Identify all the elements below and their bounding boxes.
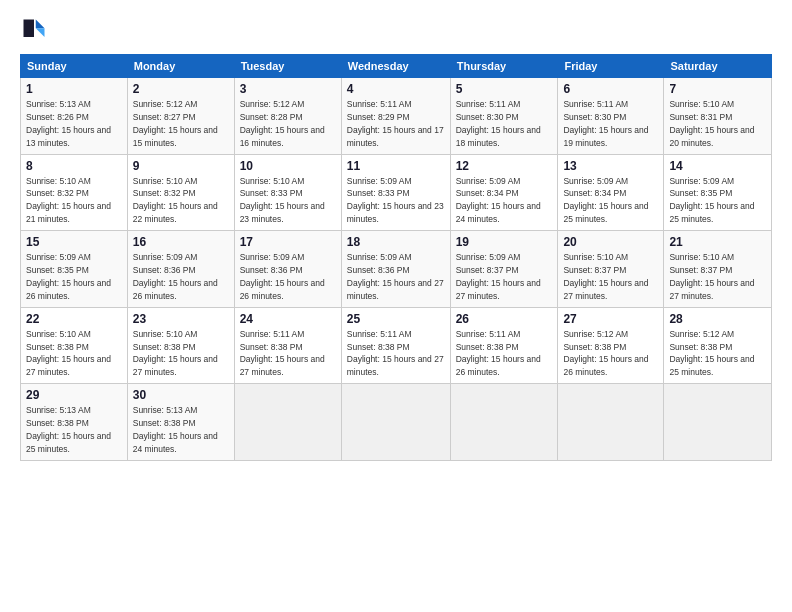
calendar-cell: 15 Sunrise: 5:09 AMSunset: 8:35 PMDaylig… [21, 231, 128, 308]
calendar-cell [341, 384, 450, 461]
calendar-cell: 14 Sunrise: 5:09 AMSunset: 8:35 PMDaylig… [664, 154, 772, 231]
calendar-cell: 4 Sunrise: 5:11 AMSunset: 8:29 PMDayligh… [341, 78, 450, 155]
calendar-table: SundayMondayTuesdayWednesdayThursdayFrid… [20, 54, 772, 461]
day-number: 5 [456, 82, 553, 96]
calendar-cell: 28 Sunrise: 5:12 AMSunset: 8:38 PMDaylig… [664, 307, 772, 384]
calendar-header-row: SundayMondayTuesdayWednesdayThursdayFrid… [21, 55, 772, 78]
calendar-cell: 24 Sunrise: 5:11 AMSunset: 8:38 PMDaylig… [234, 307, 341, 384]
day-number: 8 [26, 159, 122, 173]
day-info: Sunrise: 5:10 AMSunset: 8:38 PMDaylight:… [26, 329, 111, 378]
day-info: Sunrise: 5:10 AMSunset: 8:38 PMDaylight:… [133, 329, 218, 378]
calendar-cell: 10 Sunrise: 5:10 AMSunset: 8:33 PMDaylig… [234, 154, 341, 231]
calendar-header-sunday: Sunday [21, 55, 128, 78]
day-info: Sunrise: 5:10 AMSunset: 8:33 PMDaylight:… [240, 176, 325, 225]
calendar-cell: 29 Sunrise: 5:13 AMSunset: 8:38 PMDaylig… [21, 384, 128, 461]
calendar-cell: 27 Sunrise: 5:12 AMSunset: 8:38 PMDaylig… [558, 307, 664, 384]
calendar-header-tuesday: Tuesday [234, 55, 341, 78]
day-number: 20 [563, 235, 658, 249]
day-number: 6 [563, 82, 658, 96]
day-info: Sunrise: 5:09 AMSunset: 8:36 PMDaylight:… [347, 252, 444, 301]
day-info: Sunrise: 5:09 AMSunset: 8:35 PMDaylight:… [26, 252, 111, 301]
day-number: 13 [563, 159, 658, 173]
calendar-cell: 7 Sunrise: 5:10 AMSunset: 8:31 PMDayligh… [664, 78, 772, 155]
day-number: 10 [240, 159, 336, 173]
logo [20, 16, 52, 44]
day-info: Sunrise: 5:11 AMSunset: 8:30 PMDaylight:… [456, 99, 541, 148]
calendar-cell: 2 Sunrise: 5:12 AMSunset: 8:27 PMDayligh… [127, 78, 234, 155]
calendar-cell [558, 384, 664, 461]
day-number: 11 [347, 159, 445, 173]
day-number: 26 [456, 312, 553, 326]
day-number: 14 [669, 159, 766, 173]
day-info: Sunrise: 5:11 AMSunset: 8:38 PMDaylight:… [240, 329, 325, 378]
day-number: 2 [133, 82, 229, 96]
calendar-header-saturday: Saturday [664, 55, 772, 78]
calendar-cell: 16 Sunrise: 5:09 AMSunset: 8:36 PMDaylig… [127, 231, 234, 308]
day-info: Sunrise: 5:11 AMSunset: 8:38 PMDaylight:… [456, 329, 541, 378]
day-info: Sunrise: 5:09 AMSunset: 8:34 PMDaylight:… [563, 176, 648, 225]
day-number: 17 [240, 235, 336, 249]
calendar-cell: 21 Sunrise: 5:10 AMSunset: 8:37 PMDaylig… [664, 231, 772, 308]
calendar-cell: 18 Sunrise: 5:09 AMSunset: 8:36 PMDaylig… [341, 231, 450, 308]
logo-icon [20, 16, 48, 44]
day-info: Sunrise: 5:12 AMSunset: 8:38 PMDaylight:… [563, 329, 648, 378]
day-info: Sunrise: 5:10 AMSunset: 8:32 PMDaylight:… [133, 176, 218, 225]
calendar-cell: 11 Sunrise: 5:09 AMSunset: 8:33 PMDaylig… [341, 154, 450, 231]
calendar-cell: 17 Sunrise: 5:09 AMSunset: 8:36 PMDaylig… [234, 231, 341, 308]
calendar-cell: 23 Sunrise: 5:10 AMSunset: 8:38 PMDaylig… [127, 307, 234, 384]
calendar-cell: 25 Sunrise: 5:11 AMSunset: 8:38 PMDaylig… [341, 307, 450, 384]
calendar-cell: 22 Sunrise: 5:10 AMSunset: 8:38 PMDaylig… [21, 307, 128, 384]
day-info: Sunrise: 5:09 AMSunset: 8:37 PMDaylight:… [456, 252, 541, 301]
day-info: Sunrise: 5:13 AMSunset: 8:26 PMDaylight:… [26, 99, 111, 148]
day-number: 4 [347, 82, 445, 96]
day-info: Sunrise: 5:09 AMSunset: 8:35 PMDaylight:… [669, 176, 754, 225]
day-info: Sunrise: 5:12 AMSunset: 8:28 PMDaylight:… [240, 99, 325, 148]
calendar-cell [664, 384, 772, 461]
calendar-header-friday: Friday [558, 55, 664, 78]
calendar-header-thursday: Thursday [450, 55, 558, 78]
day-number: 24 [240, 312, 336, 326]
day-number: 12 [456, 159, 553, 173]
day-info: Sunrise: 5:09 AMSunset: 8:33 PMDaylight:… [347, 176, 444, 225]
day-number: 27 [563, 312, 658, 326]
calendar-cell: 1 Sunrise: 5:13 AMSunset: 8:26 PMDayligh… [21, 78, 128, 155]
calendar-cell: 3 Sunrise: 5:12 AMSunset: 8:28 PMDayligh… [234, 78, 341, 155]
calendar-cell: 26 Sunrise: 5:11 AMSunset: 8:38 PMDaylig… [450, 307, 558, 384]
calendar-cell: 13 Sunrise: 5:09 AMSunset: 8:34 PMDaylig… [558, 154, 664, 231]
day-info: Sunrise: 5:12 AMSunset: 8:38 PMDaylight:… [669, 329, 754, 378]
calendar-week-row: 8 Sunrise: 5:10 AMSunset: 8:32 PMDayligh… [21, 154, 772, 231]
calendar-cell: 8 Sunrise: 5:10 AMSunset: 8:32 PMDayligh… [21, 154, 128, 231]
day-number: 28 [669, 312, 766, 326]
day-info: Sunrise: 5:10 AMSunset: 8:32 PMDaylight:… [26, 176, 111, 225]
calendar-cell: 5 Sunrise: 5:11 AMSunset: 8:30 PMDayligh… [450, 78, 558, 155]
calendar-week-row: 1 Sunrise: 5:13 AMSunset: 8:26 PMDayligh… [21, 78, 772, 155]
calendar-cell: 9 Sunrise: 5:10 AMSunset: 8:32 PMDayligh… [127, 154, 234, 231]
day-number: 29 [26, 388, 122, 402]
calendar-cell: 12 Sunrise: 5:09 AMSunset: 8:34 PMDaylig… [450, 154, 558, 231]
calendar-week-row: 29 Sunrise: 5:13 AMSunset: 8:38 PMDaylig… [21, 384, 772, 461]
day-number: 19 [456, 235, 553, 249]
calendar-header-wednesday: Wednesday [341, 55, 450, 78]
day-number: 16 [133, 235, 229, 249]
day-number: 30 [133, 388, 229, 402]
day-number: 25 [347, 312, 445, 326]
day-number: 22 [26, 312, 122, 326]
svg-rect-3 [24, 20, 35, 38]
calendar-cell: 19 Sunrise: 5:09 AMSunset: 8:37 PMDaylig… [450, 231, 558, 308]
day-info: Sunrise: 5:13 AMSunset: 8:38 PMDaylight:… [133, 405, 218, 454]
calendar-header-monday: Monday [127, 55, 234, 78]
day-info: Sunrise: 5:13 AMSunset: 8:38 PMDaylight:… [26, 405, 111, 454]
day-number: 18 [347, 235, 445, 249]
day-number: 21 [669, 235, 766, 249]
day-info: Sunrise: 5:11 AMSunset: 8:38 PMDaylight:… [347, 329, 444, 378]
calendar-week-row: 15 Sunrise: 5:09 AMSunset: 8:35 PMDaylig… [21, 231, 772, 308]
calendar-week-row: 22 Sunrise: 5:10 AMSunset: 8:38 PMDaylig… [21, 307, 772, 384]
day-number: 7 [669, 82, 766, 96]
day-info: Sunrise: 5:11 AMSunset: 8:30 PMDaylight:… [563, 99, 648, 148]
calendar-cell: 30 Sunrise: 5:13 AMSunset: 8:38 PMDaylig… [127, 384, 234, 461]
day-number: 3 [240, 82, 336, 96]
day-info: Sunrise: 5:09 AMSunset: 8:36 PMDaylight:… [240, 252, 325, 301]
day-info: Sunrise: 5:09 AMSunset: 8:34 PMDaylight:… [456, 176, 541, 225]
header [20, 16, 772, 44]
calendar-cell: 20 Sunrise: 5:10 AMSunset: 8:37 PMDaylig… [558, 231, 664, 308]
